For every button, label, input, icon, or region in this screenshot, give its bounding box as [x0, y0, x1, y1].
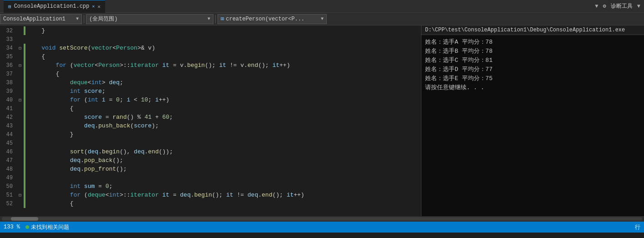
- code-content: [25, 173, 31, 182]
- file-icon: ⊞: [8, 4, 11, 10]
- list-item: 姓名：选手D 平均分：77: [425, 65, 640, 74]
- function-dropdown-arrow: ▼: [321, 16, 324, 21]
- code-content: for (vector<Person>::iterator it = v.beg…: [25, 61, 290, 70]
- horizontal-scrollbar[interactable]: [0, 216, 644, 222]
- list-item: 请按任意键继续. . .: [425, 83, 640, 92]
- line-number: 33: [0, 36, 16, 43]
- status-left: 133 % 未找到相关问题: [4, 223, 69, 231]
- toolbar-separator-1: [84, 15, 84, 23]
- code-content: int score;: [25, 87, 106, 96]
- project-label: ConsoleApplication1: [3, 16, 66, 22]
- list-item: 姓名：选手B 平均分：78: [425, 47, 640, 56]
- line-number: 48: [0, 166, 16, 172]
- table-row: 35 {: [0, 52, 421, 61]
- code-content: [25, 35, 31, 44]
- table-row: 39 int score;: [0, 87, 421, 96]
- fold-gutter[interactable]: ⊟: [16, 192, 24, 198]
- title-bar: ⊞ ConsoleApplication1.cpp ✕ ✕ ▼ ⚙ 诊断工具 ▼: [0, 0, 644, 13]
- code-content: [25, 139, 31, 147]
- scrollbar-track[interactable]: [2, 217, 642, 221]
- code-content: int sum = 0;: [25, 182, 112, 191]
- code-content: }: [25, 130, 73, 139]
- status-right: 行: [635, 223, 640, 231]
- fold-gutter[interactable]: ⊟: [16, 46, 24, 51]
- scope-label: (全局范围): [89, 15, 117, 23]
- code-content: }: [25, 26, 45, 35]
- line-number: 52: [0, 201, 16, 207]
- scope-dropdown[interactable]: (全局范围) ▼: [86, 14, 213, 24]
- table-row: 51⊟ for (deque<int>::iterator it = deq.b…: [0, 191, 421, 199]
- tab-cpp[interactable]: ⊞ ConsoleApplication1.cpp ✕ ✕: [4, 0, 105, 13]
- code-content: score = rand() % 41 + 60;: [25, 113, 173, 122]
- table-row: 46 sort(deq.begin(), deq.end());: [0, 147, 421, 156]
- code-content: for (int i = 0; i < 10; i++): [25, 96, 169, 104]
- line-number: 43: [0, 123, 16, 129]
- table-row: 37 {: [0, 70, 421, 78]
- line-number: 36: [0, 62, 16, 69]
- line-number: 40: [0, 97, 16, 103]
- table-row: 49: [0, 173, 421, 182]
- line-number: 39: [0, 88, 16, 95]
- project-dropdown-arrow: ▼: [76, 16, 79, 21]
- fold-gutter[interactable]: ⊟: [16, 97, 24, 103]
- list-item: 姓名：选手E 平均分：75: [425, 74, 640, 83]
- line-number: 38: [0, 80, 16, 86]
- status-bar: 133 % 未找到相关问题 行: [0, 222, 644, 233]
- code-lines: 32 }33 34⊟ void setScore(vector<Person>&…: [0, 25, 421, 208]
- code-content: void setScore(vector<Person>& v): [25, 44, 155, 52]
- function-icon: ⊞: [221, 15, 224, 22]
- console-panel: D:\CPP\test\ConsoleApplication1\Debug\Co…: [421, 25, 644, 216]
- table-row: 50 int sum = 0;: [0, 182, 421, 191]
- table-row: 41 {: [0, 104, 421, 113]
- position-indicator: 行: [635, 223, 640, 231]
- console-path: D:\CPP\test\ConsoleApplication1\Debug\Co…: [425, 27, 625, 33]
- code-content: {: [25, 104, 73, 113]
- code-content: deq.pop_front();: [25, 165, 127, 173]
- line-number: 44: [0, 132, 16, 138]
- line-number: 32: [0, 28, 16, 34]
- line-number: 46: [0, 149, 16, 155]
- table-row: 38 deque<int> deq;: [0, 78, 421, 87]
- code-content: sort(deq.begin(), deq.end());: [25, 147, 173, 156]
- toolbar-row: ConsoleApplication1 ▼ (全局范围) ▼ ⊞ createP…: [0, 13, 644, 25]
- function-dropdown[interactable]: ⊞ createPerson(vector<P... ▼: [218, 14, 327, 24]
- code-content: {: [25, 52, 45, 61]
- line-number: 45: [0, 140, 16, 147]
- main-area: 32 }33 34⊟ void setScore(vector<Person>&…: [0, 25, 644, 216]
- code-content: for (deque<int>::iterator it = deq.begin…: [25, 191, 304, 199]
- list-item: 姓名：选手A 平均分：78: [425, 38, 640, 47]
- table-row: 36⊟ for (vector<Person>::iterator it = v…: [0, 61, 421, 70]
- function-label: createPerson(vector<P...: [226, 16, 304, 22]
- scope-dropdown-arrow: ▼: [208, 16, 210, 21]
- gear-icon[interactable]: ⚙: [603, 3, 606, 10]
- table-row: 44 }: [0, 130, 421, 139]
- line-number: 37: [0, 71, 16, 77]
- table-row: 32 }: [0, 26, 421, 35]
- table-row: 45: [0, 139, 421, 147]
- pin-icon: ✕: [92, 4, 95, 9]
- fold-gutter[interactable]: ⊟: [16, 63, 24, 68]
- error-dot-icon: [25, 225, 29, 229]
- line-number: 49: [0, 175, 16, 181]
- code-content: {: [25, 199, 73, 208]
- line-number: 42: [0, 114, 16, 121]
- line-number: 35: [0, 54, 16, 60]
- dropdown-arrow-icon[interactable]: ▼: [595, 3, 598, 10]
- scrollbar-thumb[interactable]: [11, 217, 38, 221]
- code-content: deq.push_back(score);: [25, 122, 159, 130]
- code-content: {: [25, 70, 59, 78]
- diagnostics-dropdown-icon[interactable]: ▼: [637, 3, 640, 10]
- code-editor[interactable]: 32 }33 34⊟ void setScore(vector<Person>&…: [0, 25, 421, 216]
- diagnostics-label: 诊断工具: [611, 2, 633, 10]
- table-row: 47 deq.pop_back();: [0, 156, 421, 165]
- line-number: 50: [0, 183, 16, 190]
- zoom-level: 133 %: [4, 224, 20, 230]
- line-number: 47: [0, 157, 16, 164]
- project-dropdown[interactable]: ConsoleApplication1 ▼: [0, 14, 82, 24]
- list-item: 姓名：选手C 平均分：81: [425, 56, 640, 65]
- toolbar-separator-2: [215, 15, 216, 23]
- close-tab-button[interactable]: ✕: [97, 4, 101, 10]
- table-row: 52 {: [0, 199, 421, 208]
- error-status: 未找到相关问题: [25, 223, 69, 231]
- table-row: 40⊟ for (int i = 0; i < 10; i++): [0, 96, 421, 104]
